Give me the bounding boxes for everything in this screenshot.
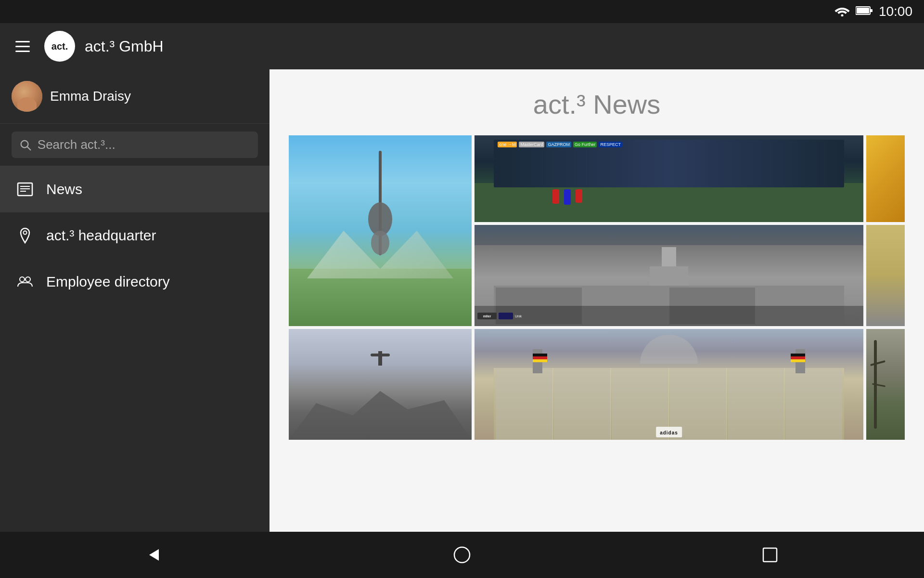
svg-rect-3: [870, 9, 873, 12]
status-bar: 10:00: [0, 0, 924, 23]
photo-strip-mid: [866, 225, 905, 326]
news-icon: [15, 180, 35, 199]
svg-point-11: [20, 277, 25, 282]
nav-item-directory-label: Employee directory: [46, 274, 170, 290]
svg-point-4: [21, 140, 28, 147]
battery-icon: [856, 6, 873, 17]
nav-items: News act.³ headquarter: [0, 166, 270, 532]
photo-munich-tower: [289, 135, 472, 326]
directory-icon: [15, 272, 35, 291]
nav-item-news-label: News: [46, 181, 82, 197]
body-layout: Emma Draisy: [0, 69, 924, 532]
search-icon: [19, 138, 32, 152]
svg-marker-13: [149, 549, 159, 561]
app-container: act. act.³ GmbH Emma Draisy: [0, 23, 924, 578]
hamburger-button[interactable]: [12, 35, 35, 58]
user-name: Emma Draisy: [50, 89, 131, 104]
app-title: act.³ GmbH: [85, 38, 164, 55]
search-container: [0, 124, 270, 166]
recents-button[interactable]: [751, 536, 789, 574]
sidebar-item-news[interactable]: News: [0, 166, 270, 212]
page-title: act.³ News: [289, 89, 905, 120]
svg-point-14: [454, 547, 470, 563]
wifi-icon: [834, 5, 850, 18]
photo-yellow-strip: [866, 135, 905, 222]
status-icons: 10:00: [834, 4, 912, 19]
sidebar-item-directory[interactable]: Employee directory: [0, 259, 270, 305]
bottom-nav: [0, 532, 924, 578]
photo-warsaw: mller Unik: [475, 225, 863, 326]
svg-rect-15: [763, 548, 777, 562]
svg-line-5: [27, 146, 31, 150]
location-icon: [15, 226, 35, 245]
home-button[interactable]: [443, 536, 481, 574]
photo-grid: one →M MasterCard GAZPROM Go Further RES…: [289, 135, 905, 440]
app-logo: act.: [44, 31, 75, 62]
sidebar-item-headquarter[interactable]: act.³ headquarter: [0, 212, 270, 259]
svg-rect-2: [857, 8, 869, 13]
search-box: [12, 131, 258, 158]
back-button[interactable]: [135, 536, 173, 574]
top-bar: act. act.³ GmbH: [0, 23, 924, 69]
photo-rio: [289, 329, 472, 440]
main-content: act.³ News: [270, 69, 924, 532]
user-profile: Emma Draisy: [0, 69, 270, 124]
avatar: [12, 81, 42, 112]
svg-point-12: [26, 277, 30, 282]
nav-item-hq-label: act.³ headquarter: [46, 227, 156, 244]
photo-tree: [866, 329, 905, 440]
svg-point-10: [24, 231, 27, 235]
search-input[interactable]: [38, 137, 250, 152]
sidebar: Emma Draisy: [0, 69, 270, 532]
svg-point-0: [841, 14, 843, 17]
photo-stadium: one →M MasterCard GAZPROM Go Further RES…: [475, 135, 863, 222]
photo-reichstag: adidas: [475, 329, 863, 440]
status-time: 10:00: [879, 4, 912, 19]
